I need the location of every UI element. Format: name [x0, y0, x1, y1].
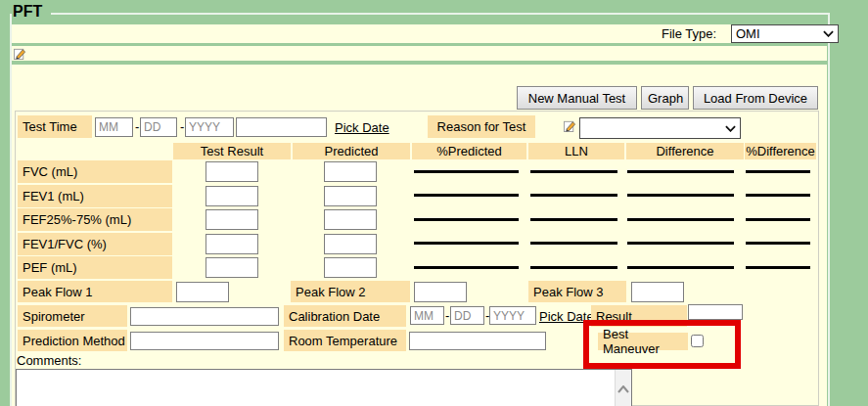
spirometer-label: Spirometer: [18, 305, 127, 327]
edit-bar: [12, 46, 827, 61]
graph-button[interactable]: Graph: [641, 86, 689, 110]
load-from-device-button[interactable]: Load From Device: [693, 86, 818, 110]
date-separator: -: [135, 119, 139, 134]
new-manual-test-button[interactable]: New Manual Test: [517, 86, 637, 110]
pef-difference-value: [627, 266, 734, 269]
calibration-dd-input[interactable]: [450, 306, 484, 325]
peak-flow-3-input[interactable]: [631, 282, 684, 302]
edit-pencil-icon[interactable]: [14, 47, 26, 60]
row-label-fev1: FEV1 (mL): [18, 185, 172, 207]
fev1-lln-value: [530, 194, 617, 197]
fev1-percent-predicted-value: [414, 194, 519, 197]
fev1-test-result-input[interactable]: [206, 186, 258, 206]
fef-test-result-input[interactable]: [206, 209, 258, 230]
highlight-annotation-box: [583, 320, 741, 369]
test-time-time-input[interactable]: [236, 117, 327, 137]
room-temperature-label: Room Temperature: [284, 330, 406, 351]
calibration-mm-input[interactable]: [410, 306, 444, 325]
test-time-dd-input[interactable]: [140, 117, 177, 137]
test-time-yyyy-input[interactable]: [185, 117, 234, 137]
textarea-scrollbar[interactable]: [615, 370, 631, 406]
column-header-percent-difference: %Difference: [745, 143, 816, 159]
chevron-down-icon: [725, 125, 736, 132]
prediction-method-label: Prediction Method: [18, 330, 127, 351]
peak-flow-2-label: Peak Flow 2: [291, 281, 410, 302]
comments-label: Comments:: [17, 353, 81, 368]
fvc-percent-difference-value: [746, 170, 810, 173]
column-header-test-result: Test Result: [173, 143, 291, 159]
pef-percent-predicted-value: [414, 266, 519, 269]
fef-percent-predicted-value: [414, 218, 519, 221]
column-header-predicted: Predicted: [293, 143, 410, 159]
spirometer-input[interactable]: [130, 307, 279, 326]
calibration-date-label: Calibration Date: [284, 305, 406, 327]
peak-flow-3-label: Peak Flow 3: [528, 281, 626, 302]
row-label-fev1-fvc: FEV1/FVC (%): [18, 233, 172, 255]
result-input[interactable]: [688, 304, 743, 320]
fef-predicted-input[interactable]: [324, 209, 377, 230]
pft-page: PFT File Type: OMI New Manual Test Graph…: [0, 0, 868, 406]
fvc-difference-value: [627, 170, 734, 173]
fvc-predicted-input[interactable]: [324, 161, 377, 182]
peak-flow-1-label: Peak Flow 1: [18, 281, 172, 302]
fvc-test-result-input[interactable]: [206, 161, 258, 182]
fev1-fvc-predicted-input[interactable]: [324, 234, 377, 254]
pef-test-result-input[interactable]: [206, 257, 258, 278]
fev1-fvc-percent-difference-value: [746, 242, 810, 245]
column-header-difference: Difference: [626, 143, 744, 159]
reason-for-test-select[interactable]: [579, 117, 741, 139]
row-label-pef: PEF (mL): [18, 256, 172, 279]
column-header-percent-predicted: %Predicted: [412, 143, 526, 159]
file-type-label: File Type:: [662, 26, 716, 41]
test-time-pick-date-link[interactable]: Pick Date: [335, 120, 389, 135]
file-type-value: OMI: [736, 26, 760, 41]
date-separator: -: [445, 308, 449, 323]
comments-textarea[interactable]: [16, 369, 632, 406]
fev1-percent-difference-value: [746, 194, 810, 197]
chevron-up-icon: [617, 385, 629, 393]
reason-for-test-band: Reason for Test: [428, 115, 535, 138]
fef-percent-difference-value: [746, 218, 810, 221]
test-time-label-band: Test Time: [18, 115, 92, 138]
fvc-lln-value: [530, 170, 617, 173]
fev1-fvc-lln-value: [530, 242, 617, 245]
fvc-percent-predicted-value: [414, 170, 519, 173]
column-header-lln: LLN: [528, 143, 624, 159]
fev1-fvc-test-result-input[interactable]: [206, 234, 258, 254]
row-label-fvc: FVC (mL): [18, 160, 172, 183]
pef-lln-value: [530, 266, 617, 269]
fef-difference-value: [627, 218, 734, 221]
chevron-down-icon: [823, 30, 834, 37]
edit-pencil-icon[interactable]: [564, 119, 576, 132]
fef-lln-value: [530, 218, 617, 221]
fev1-fvc-percent-predicted-value: [414, 242, 519, 245]
peak-flow-1-input[interactable]: [176, 282, 229, 302]
fieldset-border-right: [828, 13, 830, 406]
pef-predicted-input[interactable]: [324, 257, 377, 278]
fieldset-border-top: [51, 13, 828, 15]
calibration-yyyy-input[interactable]: [489, 306, 536, 325]
fev1-difference-value: [627, 194, 734, 197]
test-time-label: Test Time: [23, 119, 77, 134]
row-label-fef: FEF25%-75% (mL): [18, 208, 172, 231]
pef-percent-difference-value: [746, 266, 810, 269]
prediction-method-input[interactable]: [130, 332, 279, 350]
peak-flow-2-input[interactable]: [414, 282, 467, 302]
reason-for-test-label: Reason for Test: [437, 119, 526, 134]
test-time-mm-input[interactable]: [95, 117, 133, 137]
page-title: PFT: [13, 3, 42, 21]
fev1-fvc-difference-value: [627, 242, 734, 245]
date-separator: -: [180, 119, 184, 134]
room-temperature-input[interactable]: [409, 332, 546, 350]
file-type-bar: File Type: OMI: [12, 24, 827, 43]
fev1-predicted-input[interactable]: [324, 186, 377, 206]
file-type-select[interactable]: OMI: [731, 24, 839, 43]
